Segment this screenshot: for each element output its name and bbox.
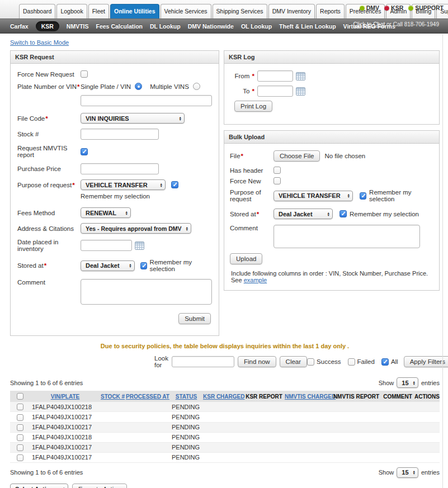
- has-header-checkbox[interactable]: [273, 167, 281, 174]
- column-header[interactable]: NMVTIS REPORT: [331, 391, 381, 402]
- switch-basic-mode-link[interactable]: Switch to Basic Mode: [10, 39, 69, 46]
- request-nmvtis-checkbox[interactable]: [81, 148, 88, 155]
- vin-input[interactable]: [81, 95, 212, 106]
- sub-nav-item[interactable]: Theft & Lien Lookup: [279, 23, 336, 30]
- status-cell: PENDING: [170, 412, 202, 422]
- date-inventory-input[interactable]: [81, 240, 132, 251]
- click-to-chat-link[interactable]: Click to Chat: [353, 21, 385, 27]
- showing-entries-text: Showing 1 to 6 of 6 entries: [10, 469, 83, 476]
- actions-cell: [414, 432, 440, 442]
- column-header[interactable]: KSR REPORT: [244, 391, 284, 402]
- column-header[interactable]: KSR CHARGED: [202, 391, 244, 402]
- ksr-report-cell: [244, 402, 284, 412]
- top-nav-tab[interactable]: Logbook: [56, 4, 87, 18]
- all-label: All: [391, 358, 398, 365]
- required-asterisk: *: [77, 83, 79, 90]
- stored-remember-checkbox[interactable]: [140, 262, 147, 269]
- stored-at-select[interactable]: Deal Jacket: [81, 260, 135, 271]
- row-checkbox[interactable]: [17, 424, 23, 431]
- ksr-report-cell: [244, 452, 284, 462]
- address-citations-select[interactable]: Yes - Requires approval from DMV: [81, 223, 191, 234]
- row-checkbox[interactable]: [17, 434, 23, 441]
- purpose-remember-checkbox[interactable]: [171, 181, 178, 188]
- bu-stored-at-select[interactable]: Deal Jacket: [273, 209, 333, 219]
- column-header[interactable]: COMMENT: [381, 391, 414, 402]
- calendar-icon[interactable]: [296, 72, 305, 80]
- top-nav-tab[interactable]: Dashboard: [19, 4, 55, 18]
- force-new-checkbox[interactable]: [273, 177, 281, 184]
- find-now-button[interactable]: Find now: [238, 356, 276, 367]
- processed-at-cell: [125, 442, 170, 452]
- column-header[interactable]: STATUS: [170, 391, 202, 402]
- fees-method-select[interactable]: RENEWAL: [81, 207, 131, 218]
- log-to-input[interactable]: [257, 86, 293, 97]
- sub-nav-item[interactable]: Fees Calculation: [96, 23, 143, 30]
- page-size-select-bottom[interactable]: 15: [397, 467, 418, 478]
- column-header[interactable]: NMVTIS CHARGED: [284, 391, 331, 402]
- column-header[interactable]: VIN/PLATE: [30, 391, 100, 402]
- sub-nav-item[interactable]: Carfax: [10, 23, 29, 30]
- column-header[interactable]: PROCESSED AT: [125, 391, 170, 402]
- status-label: DMV: [366, 4, 379, 11]
- select-action-dropdown[interactable]: Select Action: [10, 484, 68, 488]
- row-checkbox-cell: [10, 432, 30, 442]
- comment-textarea[interactable]: [81, 279, 212, 305]
- choose-file-button[interactable]: Choose File: [273, 150, 320, 162]
- vin-plate-cell: 1FALP4049JX100217: [30, 412, 100, 422]
- ksr-report-cell: [244, 432, 284, 442]
- top-nav-tab[interactable]: Shipping Services: [213, 4, 267, 18]
- failed-checkbox[interactable]: [348, 358, 355, 366]
- print-log-button[interactable]: Print Log: [234, 101, 272, 112]
- bu-purpose-remember-checkbox[interactable]: [360, 192, 366, 200]
- required-asterisk: *: [241, 153, 243, 159]
- sub-nav-item[interactable]: OL Lookup: [241, 23, 272, 30]
- file-label: File*: [230, 153, 273, 159]
- single-vin-radio[interactable]: [135, 83, 142, 90]
- stock-input[interactable]: [81, 129, 159, 140]
- upload-button[interactable]: Upload: [230, 253, 262, 264]
- bu-purpose-select[interactable]: VEHICLE TRANSFER: [273, 191, 353, 201]
- column-header[interactable]: ACTIONS: [414, 391, 440, 402]
- request-nmvtis-label: Request NMVTIS report: [17, 145, 81, 158]
- bu-comment-textarea[interactable]: [273, 225, 420, 248]
- row-checkbox[interactable]: [17, 414, 23, 421]
- row-checkbox[interactable]: [17, 454, 23, 461]
- row-checkbox[interactable]: [17, 444, 23, 451]
- clear-button[interactable]: Clear: [280, 356, 307, 367]
- top-nav-tab[interactable]: Fleet: [88, 4, 109, 18]
- column-header[interactable]: STOCK #: [100, 391, 125, 402]
- example-link[interactable]: example: [244, 277, 267, 283]
- sub-nav-item[interactable]: DMV Nationwide: [188, 23, 234, 30]
- purpose-select[interactable]: VEHICLE TRANSFER: [81, 179, 166, 190]
- file-code-select[interactable]: VIN INQUIRIES: [81, 113, 185, 124]
- select-all-checkbox[interactable]: [17, 393, 23, 400]
- row-checkbox-cell: [10, 422, 30, 432]
- bu-purpose-label: Purpose of request: [230, 189, 273, 202]
- row-checkbox-cell: [10, 442, 30, 452]
- look-for-input[interactable]: [172, 356, 234, 367]
- page-scrollbar[interactable]: [442, 34, 443, 488]
- required-asterisk: *: [252, 73, 254, 79]
- log-from-input[interactable]: [257, 70, 293, 82]
- bulk-upload-title: Bulk Upload: [224, 131, 439, 144]
- multiple-vins-radio[interactable]: [193, 83, 200, 90]
- top-nav-tab[interactable]: Reports: [316, 4, 345, 18]
- bu-stored-remember-checkbox[interactable]: [339, 210, 347, 217]
- submit-button[interactable]: Submit: [178, 313, 211, 324]
- success-checkbox[interactable]: [307, 358, 314, 366]
- sub-nav-item[interactable]: NMVTIS: [67, 23, 89, 30]
- all-checkbox[interactable]: [381, 358, 389, 366]
- row-checkbox[interactable]: [17, 404, 23, 410]
- calendar-icon[interactable]: [135, 241, 144, 250]
- page-size-select[interactable]: 15: [397, 377, 418, 388]
- purchase-price-input[interactable]: [81, 163, 159, 174]
- top-nav-tab[interactable]: Online Utilities: [110, 4, 159, 18]
- apply-filters-button[interactable]: Apply Filters: [404, 356, 448, 367]
- sub-nav-item[interactable]: DL Lookup: [150, 23, 181, 30]
- execute-action-button[interactable]: Execute Action: [72, 484, 127, 488]
- sub-nav-item[interactable]: KSR: [36, 21, 59, 31]
- top-nav-tab[interactable]: DMV Inventory: [268, 4, 315, 18]
- top-nav-tab[interactable]: Vehicle Services: [161, 4, 211, 18]
- calendar-icon[interactable]: [296, 87, 305, 96]
- force-new-request-checkbox[interactable]: [81, 70, 88, 78]
